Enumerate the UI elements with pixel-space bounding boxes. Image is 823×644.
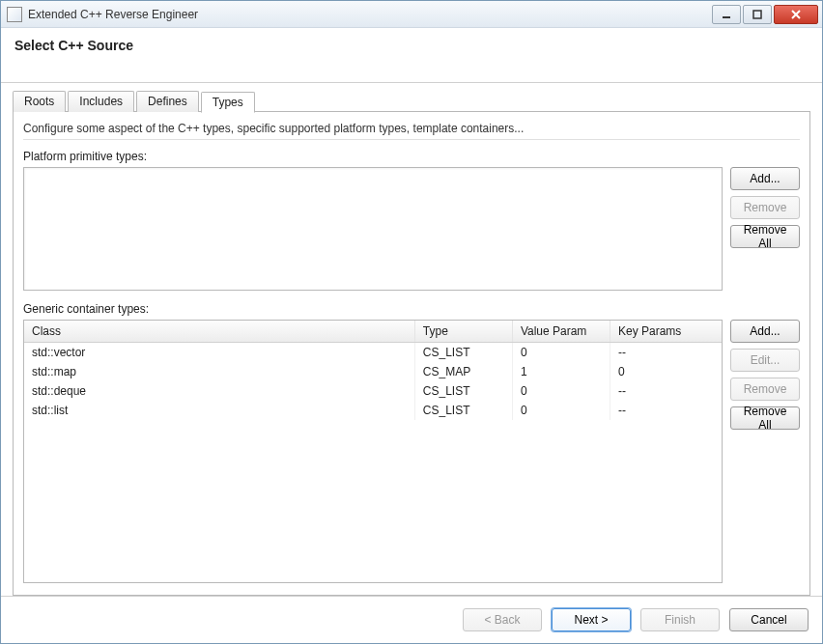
types-panel: Configure some aspect of the C++ types, … <box>13 111 810 596</box>
cancel-button[interactable]: Cancel <box>729 608 809 631</box>
close-button[interactable] <box>774 5 818 24</box>
wizard-header: Select C++ Source <box>1 28 822 83</box>
primitive-section: Add... Remove Remove All <box>23 167 800 291</box>
cell-key_params: -- <box>610 343 722 363</box>
cell-type: CS_MAP <box>414 362 512 381</box>
table-row[interactable]: std::dequeCS_LIST0-- <box>24 381 722 401</box>
window-title: Extended C++ Reverse Engineer <box>28 8 710 21</box>
table-header-row: Class Type Value Param Key Params <box>24 321 722 343</box>
cell-key_params: -- <box>610 401 722 420</box>
container-types-label: Generic container types: <box>23 302 800 316</box>
container-buttons: Add... Edit... Remove Remove All <box>730 320 800 583</box>
page-title: Select C++ Source <box>14 38 809 53</box>
window-controls <box>710 5 818 24</box>
tab-includes[interactable]: Includes <box>68 91 134 112</box>
primitive-add-button[interactable]: Add... <box>730 167 800 190</box>
maximize-button[interactable] <box>743 5 772 24</box>
tab-types[interactable]: Types <box>201 92 255 113</box>
tab-roots[interactable]: Roots <box>13 91 66 112</box>
cell-key_params: 0 <box>610 362 722 381</box>
col-key-params[interactable]: Key Params <box>610 321 722 343</box>
content-area: Roots Includes Defines Types Configure s… <box>1 83 822 596</box>
cell-value_param: 1 <box>512 362 610 381</box>
primitive-remove-all-button[interactable]: Remove All <box>730 225 800 248</box>
cell-class: std::list <box>24 401 414 420</box>
cell-type: CS_LIST <box>414 401 512 420</box>
container-remove-button[interactable]: Remove <box>730 378 800 401</box>
cell-class: std::deque <box>24 381 414 401</box>
table-row[interactable]: std::vectorCS_LIST0-- <box>24 343 722 363</box>
container-section: Generic container types: <box>23 302 800 583</box>
cell-type: CS_LIST <box>414 381 512 401</box>
col-class[interactable]: Class <box>24 321 414 343</box>
container-remove-all-button[interactable]: Remove All <box>730 406 800 430</box>
table-row[interactable]: std::listCS_LIST0-- <box>24 401 722 420</box>
titlebar: Extended C++ Reverse Engineer <box>1 1 822 28</box>
col-value-param[interactable]: Value Param <box>512 321 610 343</box>
tab-defines[interactable]: Defines <box>136 91 199 112</box>
cell-type: CS_LIST <box>414 343 512 363</box>
dialog-window: Extended C++ Reverse Engineer Select C++… <box>0 0 823 644</box>
cell-value_param: 0 <box>512 381 610 401</box>
cell-value_param: 0 <box>512 401 610 420</box>
container-types-table[interactable]: Class Type Value Param Key Params std::v… <box>23 320 723 583</box>
close-icon <box>790 10 802 19</box>
tab-strip: Roots Includes Defines Types <box>13 91 810 112</box>
finish-button[interactable]: Finish <box>640 608 720 631</box>
cell-key_params: -- <box>610 381 722 401</box>
col-type[interactable]: Type <box>414 321 512 343</box>
back-button[interactable]: < Back <box>463 608 542 631</box>
panel-description: Configure some aspect of the C++ types, … <box>23 120 800 140</box>
table-row[interactable]: std::mapCS_MAP10 <box>24 362 722 381</box>
primitive-types-list[interactable] <box>23 167 723 291</box>
next-button[interactable]: Next > <box>552 608 631 631</box>
container-edit-button[interactable]: Edit... <box>730 349 800 372</box>
cell-class: std::map <box>24 362 414 381</box>
maximize-icon <box>752 10 762 19</box>
minimize-button[interactable] <box>712 5 741 24</box>
svg-rect-1 <box>753 11 761 18</box>
container-add-button[interactable]: Add... <box>730 320 800 343</box>
primitive-buttons: Add... Remove Remove All <box>730 167 800 291</box>
cell-value_param: 0 <box>512 343 610 363</box>
primitive-remove-button[interactable]: Remove <box>730 196 800 219</box>
wizard-footer: < Back Next > Finish Cancel <box>1 596 822 643</box>
minimize-icon <box>722 10 731 19</box>
primitive-types-label: Platform primitive types: <box>23 150 800 163</box>
app-icon <box>7 7 22 22</box>
cell-class: std::vector <box>24 343 414 363</box>
